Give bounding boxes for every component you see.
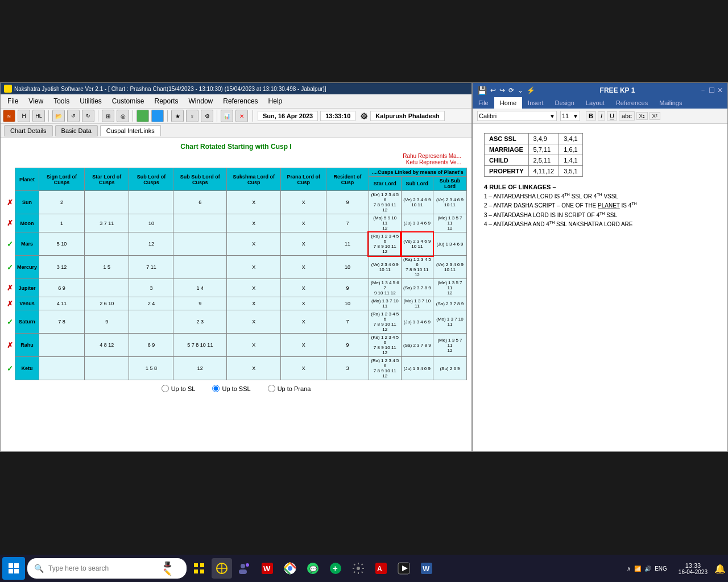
sub-lord-4: 3 <box>129 279 173 297</box>
tb-green2[interactable] <box>151 110 164 122</box>
cusp-ssl-6: (Mo) 1 3 7 10 11 <box>433 310 466 334</box>
word-tabs: File Home Insert Design Layout Reference… <box>473 97 727 109</box>
notification-btn[interactable]: 🔔 <box>714 563 726 574</box>
table-row: ✗ Venus 4 11 2 6 10 2 4 9 X X 10 (Mo) 1 … <box>5 297 467 310</box>
subtab-cuspal-interlinks[interactable]: Cuspal InterLinks <box>100 125 161 136</box>
menu-file[interactable]: File <box>3 95 23 107</box>
planet-mark-2: ✓ <box>5 232 15 256</box>
sub-sub-lord-4: 1 4 <box>173 279 227 297</box>
menu-tools[interactable]: Tools <box>49 95 74 107</box>
prana-3: X <box>281 256 326 279</box>
taskbar-word[interactable]: W <box>416 558 437 579</box>
resident-2: 11 <box>326 232 369 256</box>
taskbar-app4[interactable]: W <box>257 558 278 579</box>
word-tab-file[interactable]: File <box>473 97 494 109</box>
word-tab-layout[interactable]: Layout <box>580 97 610 109</box>
word-cell-property: PROPERTY <box>485 166 529 177</box>
tb-star[interactable]: ★ <box>171 110 184 122</box>
resident-4: 9 <box>326 279 369 297</box>
toolbar-date: Sun, 16 Apr 2023 <box>258 111 318 121</box>
col-sub-sub-lord: Sub Sub Lord of Cusps <box>173 168 227 191</box>
search-bar[interactable]: 🔍 🎩✏️ <box>27 558 187 579</box>
sign-lord-8 <box>39 357 85 380</box>
star-lord-1: 3 7 11 <box>85 214 129 232</box>
tb-btn-1[interactable]: N <box>3 110 15 122</box>
tb-btn-2[interactable]: H <box>18 110 30 122</box>
search-input[interactable] <box>48 564 159 572</box>
tb-rotate2[interactable]: ↻ <box>82 110 94 122</box>
sub-sub-lord-6: 2 3 <box>173 310 227 334</box>
taskbar-settings[interactable] <box>348 558 369 579</box>
sub-lord-5: 2 4 <box>129 297 173 310</box>
sign-lord-1: 1 <box>39 214 85 232</box>
font-size[interactable]: 11 <box>562 113 569 119</box>
table-row: ✓ Ketu 1 5 8 12 X X 3 (Ra) 1 2 3 4 5 6 7… <box>5 357 467 380</box>
prana-0: X <box>281 191 326 214</box>
word-cell-child-v1: 2,5,11 <box>528 155 559 166</box>
tb-green1[interactable] <box>136 110 149 122</box>
cusp-ssl-0: (Ve) 2 3 4 6 9 10 11 <box>433 191 466 214</box>
star-lord-0 <box>85 191 129 214</box>
tb-close[interactable]: ✕ <box>235 110 248 122</box>
word-tab-design[interactable]: Design <box>549 97 580 109</box>
taskbar-acrobat[interactable]: A <box>371 558 391 579</box>
svg-point-11 <box>241 564 245 568</box>
bold-btn[interactable]: B <box>586 111 596 120</box>
sub-sub-lord-7: 5 7 8 10 11 <box>173 334 227 357</box>
sign-lord-7 <box>39 334 85 357</box>
menu-view[interactable]: View <box>24 95 48 107</box>
prana-2: X <box>281 232 326 256</box>
sub-sub-lord-1 <box>173 214 227 232</box>
taskbar-files[interactable] <box>189 558 209 579</box>
tb-chart[interactable]: 📊 <box>221 110 233 122</box>
start-button[interactable] <box>2 557 25 580</box>
tb-grid[interactable]: ⊞ <box>102 110 114 122</box>
taskbar-plus[interactable]: + <box>325 558 346 579</box>
menu-utilities[interactable]: Utilities <box>75 95 106 107</box>
taskbar-media[interactable] <box>394 558 414 579</box>
subtab-chart-details[interactable]: Chart Details <box>4 125 53 136</box>
tb-circle[interactable]: ◎ <box>117 110 129 122</box>
sub-lord-8: 1 5 8 <box>129 357 173 380</box>
italic-btn[interactable]: I <box>598 111 605 120</box>
menu-references[interactable]: References <box>218 95 262 107</box>
superscript-btn[interactable]: X² <box>650 112 660 120</box>
font-name[interactable]: Calibri <box>479 113 497 119</box>
underline-btn[interactable]: U <box>607 111 617 120</box>
sign-lord-4: 6 9 <box>39 279 85 297</box>
radio-up-prana[interactable]: Up to Prana <box>268 385 311 392</box>
word-title-bar: 💾 ↩ ↪ ⟳ ⌄ ⚡ FREE KP 1 － ☐ ✕ <box>473 83 727 97</box>
menu-customise[interactable]: Customise <box>107 95 149 107</box>
subscript-btn[interactable]: X₂ <box>636 112 648 120</box>
word-tab-insert[interactable]: Insert <box>522 97 549 109</box>
prana-1: X <box>281 214 326 232</box>
cusp-ssl-8: (Su) 2 6 9 <box>433 357 466 380</box>
toolbar-time: 13:33:10 <box>320 111 355 121</box>
radio-up-ssl[interactable]: Up to SSL <box>212 385 250 392</box>
taskbar-jyotish[interactable] <box>212 558 232 579</box>
subtab-basic-data[interactable]: Basic Data <box>55 125 98 136</box>
tb-btn-3[interactable]: HL <box>32 110 45 122</box>
tb-planet[interactable]: ♀ <box>186 110 198 122</box>
taskbar-chrome[interactable] <box>280 558 300 579</box>
table-row: ✗ Rahu 4 8 12 6 9 5 7 8 10 11 X X 9 (Ke)… <box>5 334 467 357</box>
tb-rotate[interactable]: ↺ <box>67 110 80 122</box>
prana-5: X <box>281 297 326 310</box>
star-lord-3: 1 5 <box>85 256 129 279</box>
radio-up-sl[interactable]: Up to SL <box>162 385 196 392</box>
word-cell-asc-ssl: ASC SSL <box>485 134 529 144</box>
cusp-subl-4: (Sa) 2 3 7 8 9 <box>401 279 433 297</box>
menu-reports[interactable]: Reports <box>150 95 183 107</box>
app-icon <box>4 85 12 93</box>
word-tab-references[interactable]: References <box>610 97 653 109</box>
tb-misc[interactable]: ⚙ <box>201 110 213 122</box>
word-tab-mailings[interactable]: Mailings <box>653 97 688 109</box>
word-tab-home[interactable]: Home <box>494 97 522 109</box>
menu-help[interactable]: Help <box>264 95 287 107</box>
taskbar-whatsapp[interactable]: 💬 <box>303 558 323 579</box>
tb-open[interactable]: 📂 <box>52 110 65 122</box>
menu-window[interactable]: Window <box>184 95 218 107</box>
tray-caret[interactable]: ∧ <box>627 566 631 572</box>
taskbar-teams[interactable] <box>234 558 255 579</box>
strikethrough-btn[interactable]: abc <box>619 111 635 120</box>
